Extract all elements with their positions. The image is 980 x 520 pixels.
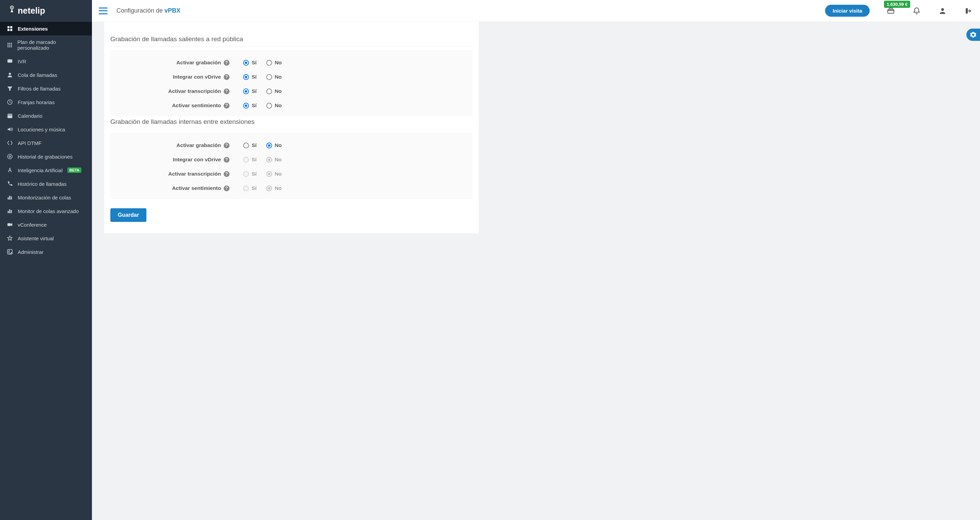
- queue-icon: [7, 72, 13, 78]
- help-icon[interactable]: ?: [224, 157, 229, 163]
- svg-rect-28: [8, 223, 11, 226]
- svg-rect-4: [11, 26, 12, 28]
- form-row: Integrar con vDrive?SíNo: [110, 148, 473, 163]
- row-options: SíNo: [243, 185, 282, 191]
- topbar: Configuración de vPBX Iniciar visita 1.6…: [92, 0, 980, 22]
- help-icon[interactable]: ?: [224, 103, 229, 109]
- radio-no[interactable]: No: [266, 60, 282, 66]
- sidebar-item-phone[interactable]: Histórico de llamadas: [0, 177, 92, 190]
- brand-logo[interactable]: netelip: [0, 0, 92, 22]
- help-icon[interactable]: ?: [224, 74, 229, 80]
- svg-rect-26: [10, 209, 10, 213]
- svg-rect-23: [10, 196, 10, 200]
- settings-panel: Grabación de llamadas salientes a red pú…: [104, 22, 479, 233]
- radio-yes: Sí: [243, 171, 257, 177]
- radio-yes[interactable]: Sí: [243, 142, 257, 148]
- radio-no-label: No: [275, 157, 282, 163]
- svg-rect-19: [8, 114, 12, 118]
- balance-value: 1.630,59 €: [884, 1, 910, 8]
- radio-yes-label: Sí: [251, 185, 257, 191]
- sidebar-item-queue[interactable]: Cola de llamadas: [0, 68, 92, 82]
- sidebar-item-clock[interactable]: Franjas horarias: [0, 95, 92, 109]
- dialplan-icon: [7, 42, 13, 48]
- radio-no-label: No: [275, 102, 282, 109]
- radio-no[interactable]: No: [266, 74, 282, 80]
- svg-rect-3: [8, 26, 9, 28]
- svg-rect-30: [888, 10, 894, 13]
- row-options: SíNo: [243, 60, 282, 66]
- sidebar-item-extensions[interactable]: Extensiones: [0, 22, 92, 35]
- bars-icon: [7, 208, 13, 214]
- sidebar-item-star[interactable]: Asistente virtual: [0, 231, 92, 245]
- row-label: Activar sentimiento?: [117, 102, 229, 109]
- help-icon[interactable]: ?: [224, 171, 229, 177]
- sidebar-item-calendar[interactable]: Calendario: [0, 109, 92, 122]
- help-icon[interactable]: ?: [224, 185, 229, 191]
- radio-no[interactable]: No: [266, 142, 282, 148]
- svg-rect-5: [8, 29, 9, 31]
- sidebar-item-admin[interactable]: Administrar: [0, 245, 92, 258]
- radio-no[interactable]: No: [266, 102, 282, 109]
- radio-yes[interactable]: Sí: [243, 60, 257, 66]
- section-title: Grabación de llamadas salientes a red pú…: [110, 35, 473, 47]
- page-title: Configuración de vPBX: [116, 7, 180, 14]
- sidebar-item-label: Historial de grabaciones: [18, 154, 73, 160]
- radio-no: No: [266, 157, 282, 163]
- radio-no: No: [266, 171, 282, 177]
- sidebar-item-label: vConference: [18, 222, 47, 228]
- ai-icon: [7, 167, 13, 173]
- sidebar-item-label: Extensiones: [18, 26, 48, 32]
- radio-no[interactable]: No: [266, 88, 282, 94]
- gear-icon: [970, 31, 977, 38]
- menu-toggle-icon[interactable]: [99, 8, 108, 14]
- history-icon: [7, 154, 13, 160]
- ivr-icon: [7, 58, 13, 64]
- row-label: Activar sentimiento?: [117, 185, 229, 191]
- notifications-icon[interactable]: [912, 6, 921, 16]
- sidebar-item-label: Histórico de llamadas: [18, 181, 67, 187]
- balance-indicator[interactable]: 1.630,59 €: [886, 6, 896, 16]
- svg-point-20: [8, 154, 12, 159]
- sidebar: netelip ExtensionesPlan de marcado perso…: [0, 0, 92, 520]
- sidebar-item-api[interactable]: API DTMF: [0, 136, 92, 150]
- svg-point-14: [9, 46, 10, 47]
- svg-point-17: [9, 73, 11, 75]
- radio-yes-label: Sí: [251, 88, 257, 94]
- help-icon[interactable]: ?: [224, 143, 229, 148]
- sidebar-item-ai[interactable]: Inteligencia ArtificialBETA: [0, 163, 92, 177]
- sidebar-item-label: Locuciones y música: [18, 127, 65, 132]
- phone-icon: [7, 181, 13, 187]
- svg-point-7: [8, 43, 8, 44]
- help-icon[interactable]: ?: [224, 89, 229, 94]
- sidebar-item-label: Monitor de colas avanzado: [18, 208, 79, 214]
- sidebar-item-ivr[interactable]: IVR: [0, 54, 92, 68]
- sidebar-item-dialplan[interactable]: Plan de marcado personalizado: [0, 35, 92, 54]
- row-label: Activar transcripción?: [117, 171, 229, 177]
- save-button[interactable]: Guardar: [110, 208, 146, 222]
- radio-yes[interactable]: Sí: [243, 74, 257, 80]
- radio-no-label: No: [275, 74, 282, 80]
- start-visit-button[interactable]: Iniciar visita: [825, 5, 870, 17]
- svg-point-10: [8, 44, 8, 46]
- svg-point-13: [8, 46, 8, 47]
- logout-icon[interactable]: [964, 6, 973, 16]
- radio-yes[interactable]: Sí: [243, 88, 257, 94]
- help-icon[interactable]: ?: [224, 60, 229, 66]
- sidebar-item-label: Franjas horarias: [18, 99, 54, 105]
- sidebar-item-audio[interactable]: Locuciones y música: [0, 122, 92, 136]
- floating-settings-tab[interactable]: [966, 29, 980, 41]
- sidebar-item-bars[interactable]: Monitorización de colas: [0, 190, 92, 204]
- sidebar-item-bars[interactable]: Monitor de colas avanzado: [0, 204, 92, 218]
- form-row: Activar sentimiento?SíNo: [110, 177, 473, 191]
- section-body: Activar grabación?SíNoIntegrar con vDriv…: [110, 133, 473, 199]
- radio-yes[interactable]: Sí: [243, 102, 257, 109]
- filter-icon: [7, 86, 13, 92]
- sidebar-item-history[interactable]: Historial de grabaciones: [0, 150, 92, 163]
- svg-point-15: [11, 46, 12, 47]
- sidebar-item-filter[interactable]: Filtros de llamadas: [0, 82, 92, 95]
- sidebar-item-video[interactable]: vConference: [0, 218, 92, 231]
- api-icon: [7, 140, 13, 146]
- svg-point-9: [11, 43, 12, 44]
- user-icon[interactable]: [938, 6, 947, 16]
- row-options: SíNo: [243, 142, 282, 148]
